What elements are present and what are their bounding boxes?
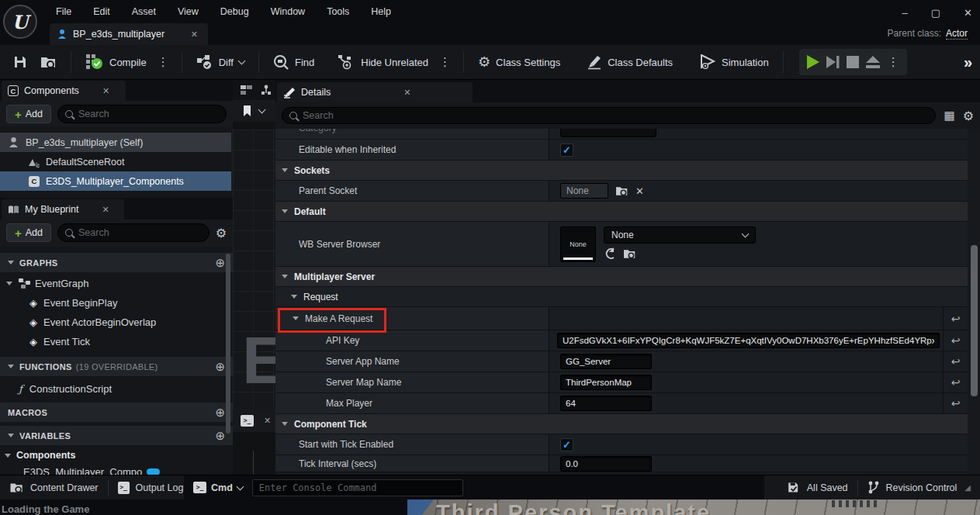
revision-control-button[interactable]: Revision Control ◢	[858, 475, 980, 499]
component-tick-header[interactable]: Component Tick	[275, 414, 968, 434]
eject-button[interactable]	[863, 53, 883, 71]
my-blueprint-scrollbar[interactable]	[226, 254, 230, 434]
expander-icon[interactable]	[8, 434, 14, 437]
resize-grip-icon[interactable]: ◢	[964, 483, 971, 492]
components-tab[interactable]: C Components ✕	[2, 81, 126, 101]
asset-tab[interactable]: BP_e3ds_multiplayer ✕	[50, 23, 208, 45]
parent-class-link[interactable]: Actor	[946, 28, 968, 40]
graphs-section-header[interactable]: GRAPHS ⊕	[0, 253, 233, 272]
default-header[interactable]: Default	[275, 202, 968, 222]
menu-edit[interactable]: Edit	[82, 6, 121, 17]
details-tab[interactable]: Details ✕	[277, 82, 473, 102]
play-options-icon[interactable]: ⋮	[883, 55, 904, 69]
details-tab-close-icon[interactable]: ✕	[400, 86, 414, 99]
details-settings-gear-icon[interactable]: ⚙	[963, 109, 974, 123]
server-app-name-input[interactable]	[560, 354, 652, 369]
close-button[interactable]: ✕	[964, 7, 972, 19]
close-icon[interactable]: ✕	[261, 414, 274, 427]
wb-asset-thumbnail[interactable]: None	[560, 226, 596, 262]
sockets-header[interactable]: Sockets	[275, 161, 968, 181]
bookmark-icon[interactable]	[242, 105, 252, 117]
content-drawer-button[interactable]: Content Drawer	[0, 475, 108, 499]
components-search-input[interactable]	[78, 109, 219, 119]
use-selected-asset-icon[interactable]	[604, 247, 616, 260]
reset-to-default-icon[interactable]: ↩	[943, 307, 968, 330]
frame-skip-button[interactable]	[822, 53, 843, 71]
editable-when-inherited-checkbox[interactable]: ✓	[560, 143, 573, 157]
tree-row-e3ds-component[interactable]: C E3DS_Multiplayer_Components	[0, 171, 231, 191]
components-category-row[interactable]: Components	[0, 447, 233, 464]
components-tab-close-icon[interactable]: ✕	[99, 85, 113, 98]
category-combo[interactable]	[560, 129, 656, 137]
output-log-button[interactable]: >_ Output Log	[109, 475, 193, 499]
expander-icon[interactable]	[282, 275, 288, 278]
expander-icon[interactable]	[282, 168, 288, 172]
event-tick-row[interactable]: ◈ Event Tick	[0, 332, 233, 351]
display-filter-icon[interactable]: ▦	[944, 109, 954, 123]
socket-clear-icon[interactable]: ✕	[635, 185, 644, 197]
functions-section-header[interactable]: FUNCTIONS (19 OVERRIDABLE) ⊕	[0, 357, 233, 376]
tick-interval-input[interactable]	[560, 456, 652, 472]
expander-icon[interactable]	[8, 365, 14, 368]
reset-to-default-icon[interactable]: ↩	[943, 351, 968, 372]
menu-window[interactable]: Window	[260, 6, 316, 17]
class-settings-button[interactable]: ⚙ Class Settings	[472, 54, 566, 71]
toolbar-overflow-icon[interactable]: »	[964, 54, 972, 71]
max-player-input[interactable]	[560, 396, 652, 411]
simulation-button[interactable]: Simulation	[693, 54, 775, 70]
tree-row-defaultsceneroot[interactable]: C DefaultSceneRoot	[0, 152, 231, 171]
all-saved-button[interactable]: All Saved	[777, 475, 857, 499]
menu-asset[interactable]: Asset	[121, 6, 167, 17]
window-layout-icon[interactable]	[241, 85, 253, 95]
asset-tab-close-icon[interactable]: ✕	[188, 28, 201, 41]
add-variable-icon[interactable]: ⊕	[215, 429, 225, 443]
eventgraph-row[interactable]: EventGraph	[0, 274, 233, 293]
expander-icon[interactable]	[6, 282, 12, 285]
menu-tools[interactable]: Tools	[316, 6, 360, 17]
start-with-tick-checkbox[interactable]: ✓	[560, 438, 573, 451]
play-button[interactable]	[802, 53, 822, 71]
parent-socket-field[interactable]: None	[560, 183, 608, 199]
reset-to-default-icon[interactable]: ↩	[943, 372, 968, 392]
api-key-input[interactable]	[557, 333, 940, 348]
graph-grid[interactable]: E	[233, 130, 275, 409]
expander-icon[interactable]	[291, 295, 297, 299]
event-beginplay-row[interactable]: ◈ Event BeginPlay	[0, 293, 233, 313]
details-scrollbar[interactable]	[971, 245, 978, 396]
add-graph-icon[interactable]: ⊕	[215, 256, 225, 270]
reset-to-default-icon[interactable]: ↩	[943, 330, 968, 351]
browse-asset-button[interactable]	[34, 55, 63, 70]
add-blueprint-item-button[interactable]: + Add	[6, 223, 51, 242]
details-search-input[interactable]	[303, 110, 928, 121]
event-actorbeginoverlap-row[interactable]: ◈ Event ActorBeginOverlap	[0, 313, 233, 332]
diff-button[interactable]: Diff	[190, 54, 251, 70]
menu-debug[interactable]: Debug	[210, 6, 260, 17]
my-blueprint-tab[interactable]: My Blueprint ✕	[2, 199, 124, 219]
hide-unrelated-options-icon[interactable]: ⋮	[435, 55, 455, 69]
blueprint-settings-gear-icon[interactable]: ⚙	[216, 226, 227, 240]
compile-options-icon[interactable]: ⋮	[153, 55, 174, 69]
macros-section-header[interactable]: MACROS ⊕	[0, 403, 233, 422]
constructionscript-row[interactable]: ƒ ConstructionScript	[0, 378, 233, 399]
expander-icon[interactable]	[282, 422, 288, 426]
my-blueprint-search-input[interactable]	[78, 227, 202, 238]
request-header[interactable]: Request	[275, 287, 968, 307]
multiplayer-server-header[interactable]: Multiplayer Server	[275, 267, 968, 287]
save-button[interactable]	[6, 54, 34, 70]
console-icon[interactable]: >_	[241, 415, 254, 427]
expander-icon[interactable]	[8, 261, 14, 264]
class-defaults-button[interactable]: Class Defaults	[580, 54, 679, 70]
variables-section-header[interactable]: VARIABLES ⊕	[0, 426, 233, 445]
expander-icon[interactable]	[282, 209, 288, 213]
expander-icon[interactable]	[5, 454, 11, 458]
stop-button[interactable]	[843, 53, 863, 71]
socket-browse-icon[interactable]	[615, 185, 629, 197]
menu-file[interactable]: File	[45, 6, 82, 17]
add-function-icon[interactable]: ⊕	[215, 360, 225, 374]
wb-asset-dropdown[interactable]: None	[604, 226, 756, 244]
chevron-down-icon[interactable]	[258, 106, 266, 114]
hide-unrelated-button[interactable]: Hide Unrelated	[331, 54, 435, 70]
minimize-button[interactable]: –	[902, 7, 908, 19]
reset-to-default-icon[interactable]: ↩	[943, 393, 968, 413]
maximize-button[interactable]: ▢	[931, 7, 940, 19]
